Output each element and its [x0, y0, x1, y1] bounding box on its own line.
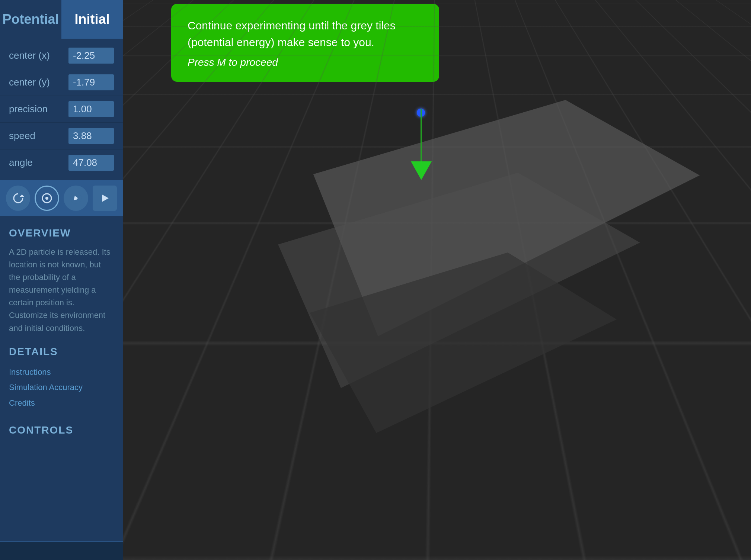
param-label-precision: precision — [9, 103, 68, 115]
notification-box: Continue experimenting until the grey ti… — [171, 4, 439, 82]
svg-marker-5 — [102, 194, 109, 202]
param-row-angle: angle 47.08 — [0, 149, 123, 176]
param-value-center-y[interactable]: -1.79 — [68, 74, 114, 90]
circle-button[interactable] — [35, 186, 59, 211]
overview-body: A 2D particle is released. Its location … — [9, 246, 114, 335]
param-row-speed: speed 3.88 — [0, 123, 123, 149]
arrow-head — [411, 161, 432, 180]
param-label-center-y: center (y) — [9, 77, 68, 88]
svg-marker-0 — [20, 194, 24, 197]
param-value-precision[interactable]: 1.00 — [68, 101, 114, 117]
arrow-container — [421, 109, 421, 180]
param-value-angle[interactable]: 47.08 — [68, 155, 114, 171]
play-button[interactable] — [93, 186, 117, 211]
param-row-center-y: center (y) -1.79 — [0, 69, 123, 96]
details-title: DETAILS — [9, 346, 114, 358]
instructions-link[interactable]: Instructions — [9, 364, 114, 380]
circle-icon — [41, 192, 53, 205]
param-value-speed[interactable]: 3.88 — [68, 128, 114, 144]
reset-icon — [12, 192, 25, 205]
left-panel: Potential Initial center (x) -2.25 cente… — [0, 0, 123, 560]
params-section: center (x) -2.25 center (y) -1.79 precis… — [0, 39, 123, 180]
param-label-angle: angle — [9, 157, 68, 168]
tile-container — [123, 0, 751, 560]
param-label-center-x: center (x) — [9, 50, 68, 61]
pencil-button[interactable] — [64, 186, 88, 211]
param-row-precision: precision 1.00 — [0, 96, 123, 123]
param-row-center-x: center (x) -2.25 — [0, 42, 123, 69]
play-icon — [98, 192, 111, 205]
simulation-accuracy-link[interactable]: Simulation Accuracy — [9, 380, 114, 395]
controls-title: CONTROLS — [9, 424, 114, 436]
tab-potential[interactable]: Potential — [0, 0, 61, 39]
main-area: Continue experimenting until the grey ti… — [123, 0, 751, 560]
credits-link[interactable]: Credits — [9, 395, 114, 411]
pencil-icon — [70, 192, 82, 205]
details-links: Instructions Simulation Accuracy Credits — [9, 364, 114, 411]
notification-main-text: Continue experimenting until the grey ti… — [188, 17, 423, 51]
svg-point-4 — [74, 197, 77, 200]
tab-bar: Potential Initial — [0, 0, 123, 39]
arrow-line — [421, 109, 422, 161]
svg-point-2 — [45, 197, 48, 200]
reset-button[interactable] — [6, 186, 30, 211]
tab-initial[interactable]: Initial — [61, 0, 123, 39]
overview-title: OVERVIEW — [9, 227, 114, 239]
param-value-center-x[interactable]: -2.25 — [68, 48, 114, 64]
info-section: OVERVIEW A 2D particle is released. Its … — [0, 216, 123, 541]
notification-italic-text: Press M to proceed — [188, 57, 423, 68]
bottom-bar — [0, 541, 123, 560]
param-label-speed: speed — [9, 130, 68, 142]
button-bar — [0, 180, 123, 216]
